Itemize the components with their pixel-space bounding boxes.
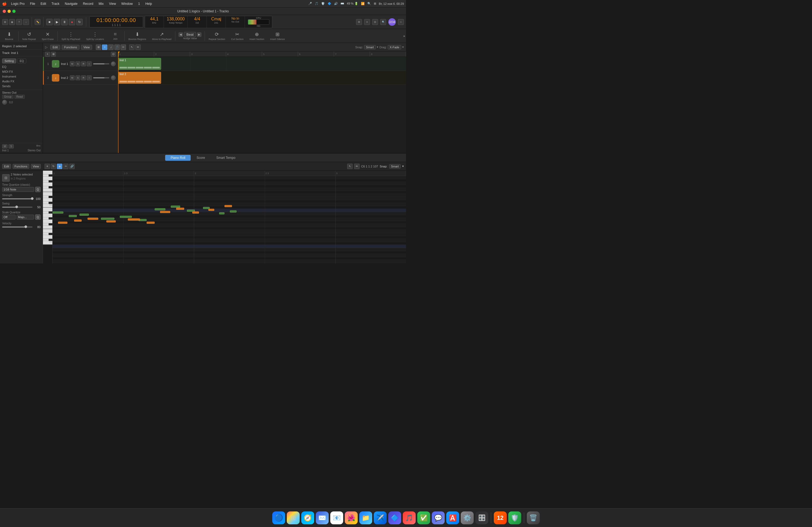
group-btn[interactable]: Group	[2, 95, 13, 99]
solo-track-1[interactable]: S	[75, 61, 80, 66]
control-center-icon[interactable]: ⊞	[374, 2, 376, 5]
grid-view-btn[interactable]: ⊞	[96, 45, 101, 50]
user-avatar[interactable]: J234	[388, 18, 396, 26]
velocity-slider[interactable]	[2, 226, 32, 228]
quantize-select[interactable]: 1/16 Note	[2, 187, 34, 192]
time-sig-block[interactable]: 4/4 /16	[188, 16, 207, 28]
menu-navigate[interactable]: Navigate	[64, 1, 78, 6]
nudge-value[interactable]: Beat	[184, 32, 196, 37]
key-bb5[interactable]	[43, 175, 48, 177]
edit-btn[interactable]: Edit	[50, 45, 60, 50]
close-button[interactable]	[3, 10, 6, 13]
key-ab5[interactable]	[43, 180, 48, 182]
menu-logicpro[interactable]: Logic Pro	[10, 1, 26, 6]
swing-slider[interactable]	[2, 207, 32, 208]
volume-icon[interactable]: 🔊	[334, 2, 338, 5]
q-button-2[interactable]: Q	[35, 214, 41, 220]
key-c5[interactable]: C5	[43, 204, 52, 208]
pointer-tool[interactable]: ↖	[129, 45, 134, 50]
editor-icon[interactable]: ⊟	[372, 19, 378, 25]
track-vol-1[interactable]	[93, 63, 109, 64]
pencil-tool-2[interactable]: ✏	[135, 45, 141, 50]
setting-btn-2[interactable]: EQ	[17, 59, 26, 63]
pr-functions-btn[interactable]: Functions	[13, 164, 29, 169]
note-o2[interactable]	[74, 220, 82, 222]
nudge-next-button[interactable]: ▶	[197, 32, 201, 37]
menu-edit[interactable]: Edit	[40, 1, 47, 6]
menu-track[interactable]: Track	[50, 1, 61, 6]
track-header-2[interactable]: 2 ♪ Inst 2 M S R I	[43, 71, 118, 85]
transport-display[interactable]: 01:00:00:00.00 1 1 1 1	[89, 16, 143, 27]
mic-icon[interactable]: 🎤	[308, 2, 312, 5]
q-button[interactable]: Q	[35, 187, 41, 192]
menu-1[interactable]: 1	[137, 1, 141, 6]
pr-link2-btn[interactable]: 🔗	[69, 164, 75, 169]
midi-region-2[interactable]: Inst 2	[118, 72, 161, 84]
scale-off-select[interactable]: Off	[2, 215, 16, 220]
menu-mix[interactable]: Mix	[98, 1, 105, 6]
key-a4[interactable]	[43, 214, 52, 217]
key-f4[interactable]	[43, 225, 52, 229]
mute-track-2[interactable]: M	[70, 75, 75, 80]
note-repeat-tool[interactable]: ↺ Note Repeat	[19, 31, 39, 41]
key-eb5[interactable]	[43, 196, 48, 198]
snap-value[interactable]: Smart	[364, 45, 376, 49]
pr-quantize-btn[interactable]: ≡	[45, 164, 50, 169]
music-note-icon[interactable]: 🎵	[315, 2, 318, 5]
snap-view-btn[interactable]: ✂	[120, 45, 126, 50]
pr-pointer-tool[interactable]: ↖	[347, 164, 352, 169]
key-gb4[interactable]	[43, 223, 48, 225]
functions-btn[interactable]: Functions	[62, 45, 79, 50]
key-eb4[interactable]	[43, 233, 48, 235]
expand-icon[interactable]: »	[398, 19, 404, 25]
audio-fx-btn[interactable]: Audio FX	[0, 79, 43, 84]
nudge-prev-button[interactable]: ◀	[178, 32, 183, 37]
sends-btn[interactable]: Sends	[0, 84, 43, 89]
note-o10[interactable]	[208, 209, 214, 211]
pr-follow-btn[interactable]: ◉	[57, 164, 62, 169]
midi-region-1[interactable]: Inst 1	[118, 58, 161, 70]
pr-pencil-tool[interactable]: ✏	[354, 164, 360, 169]
drag-value[interactable]: X-Fade	[388, 45, 401, 49]
play-button[interactable]: ▶	[54, 19, 60, 25]
note-o5[interactable]	[128, 219, 140, 221]
note-o9[interactable]	[192, 211, 199, 214]
scale-major-select[interactable]: Majo...	[17, 215, 34, 220]
expand-track-button[interactable]: ⊡	[111, 52, 116, 57]
search-icon[interactable]: 🔍	[367, 2, 371, 5]
region-expand-icon[interactable]: ▷	[45, 45, 47, 49]
wifi-icon[interactable]: 📶	[361, 2, 365, 5]
loop-button[interactable]: ↻	[76, 19, 83, 25]
key-b5[interactable]	[43, 171, 52, 175]
key-g5[interactable]	[43, 182, 52, 186]
note-pad-button[interactable]: ↓	[23, 19, 29, 25]
menu-file[interactable]: File	[29, 1, 36, 6]
browser-icon[interactable]: 🔍	[380, 19, 386, 25]
note-4[interactable]	[101, 217, 114, 220]
menu-record[interactable]: Record	[82, 1, 95, 6]
pause-button[interactable]: ⏸	[61, 19, 68, 25]
key-db4[interactable]	[43, 239, 48, 241]
split-locators-tool[interactable]: ⋮ Split by Locators	[84, 31, 107, 41]
note-2[interactable]	[69, 215, 77, 217]
menu-help[interactable]: Help	[144, 1, 153, 6]
pr-edit-btn[interactable]: Edit	[2, 164, 11, 169]
view-btn[interactable]: View	[81, 45, 92, 50]
read-btn[interactable]: Read	[14, 95, 25, 99]
repeat-section-tool[interactable]: ⟳ Repeat Section	[206, 31, 228, 41]
solo-track-2[interactable]: S	[75, 75, 80, 80]
pr-link-btn[interactable]: ↻	[51, 164, 56, 169]
key-b4[interactable]	[43, 208, 52, 211]
keyboard-icon[interactable]: ⌨️	[340, 2, 344, 5]
audio-view-btn[interactable]: 🎵	[114, 45, 120, 50]
solo-btn[interactable]: S	[9, 144, 14, 148]
stop-button[interactable]: ■	[46, 19, 53, 25]
key-d4[interactable]	[43, 235, 52, 239]
mute-btn[interactable]: M	[2, 144, 8, 148]
strength-slider[interactable]	[2, 198, 32, 199]
split-playhead-tool[interactable]: ⋮ Split by Playhead	[59, 31, 83, 41]
join-tool[interactable]: ⌗ Join	[107, 31, 123, 41]
key-block[interactable]: Cmaj 241	[207, 16, 226, 28]
maximize-button[interactable]	[12, 10, 16, 13]
minimize-button[interactable]	[8, 10, 11, 13]
